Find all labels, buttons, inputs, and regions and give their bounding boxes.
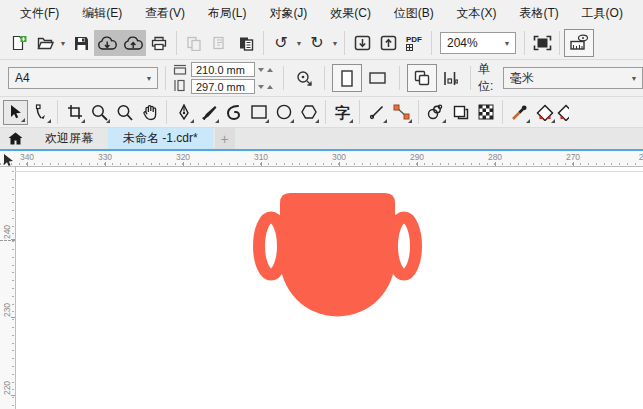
hruler-tick bbox=[105, 162, 106, 166]
hruler-label-270: 270 bbox=[566, 152, 580, 162]
export-button[interactable] bbox=[375, 30, 401, 56]
paste-button[interactable] bbox=[233, 30, 259, 56]
menu-item-4[interactable]: 对象(J) bbox=[263, 5, 313, 22]
new-document-icon bbox=[11, 35, 27, 51]
ellipse-tool[interactable] bbox=[271, 100, 296, 125]
publish-pdf-button[interactable]: PDF bbox=[401, 30, 427, 56]
zoom-icon bbox=[91, 104, 108, 121]
tab-0[interactable]: 欢迎屏幕 bbox=[30, 128, 108, 149]
pen-tool[interactable] bbox=[171, 100, 196, 125]
pan-tool[interactable] bbox=[137, 100, 162, 125]
vruler-label-240: 240 bbox=[2, 225, 12, 240]
line-icon bbox=[369, 104, 385, 120]
menu-item-6[interactable]: 位图(B) bbox=[388, 5, 440, 22]
landscape-button[interactable] bbox=[362, 65, 392, 91]
cup-right-handle[interactable] bbox=[392, 218, 416, 275]
zoom-tool[interactable] bbox=[87, 100, 112, 125]
toolbar-separator bbox=[263, 31, 264, 55]
redo-dropdown-arrow[interactable]: ▼ bbox=[330, 30, 340, 56]
horizontal-ruler[interactable]: 3403303203103002902802702 bbox=[0, 151, 643, 167]
document-tab-bar: 欢迎屏幕未命名 -1.cdr* + bbox=[0, 128, 643, 149]
home-button[interactable] bbox=[0, 128, 30, 149]
open-dropdown-arrow[interactable]: ▼ bbox=[58, 30, 68, 56]
print-button[interactable] bbox=[146, 30, 172, 56]
autofit-button[interactable] bbox=[291, 65, 317, 91]
menu-item-7[interactable]: 文本(X) bbox=[451, 5, 503, 22]
zoom-combo-arrow[interactable]: ▼ bbox=[499, 40, 515, 47]
straight-line-tool[interactable] bbox=[364, 100, 389, 125]
zoom-icon bbox=[116, 104, 133, 121]
open-button[interactable] bbox=[32, 30, 58, 56]
hruler-label-340: 340 bbox=[20, 152, 34, 162]
toolbar-separator bbox=[399, 66, 400, 90]
hruler-tick bbox=[339, 162, 340, 166]
toolbox-separator bbox=[166, 100, 167, 124]
current-page-button[interactable] bbox=[437, 65, 463, 91]
tab-1[interactable]: 未命名 -1.cdr* bbox=[108, 128, 213, 149]
crop-tool[interactable] bbox=[62, 100, 87, 125]
contour-icon bbox=[453, 105, 469, 120]
zoom-tool-2[interactable] bbox=[112, 100, 137, 125]
rectangle-icon bbox=[251, 105, 267, 119]
transparency-tool[interactable] bbox=[473, 100, 498, 125]
new-document-button[interactable] bbox=[6, 30, 32, 56]
hruler-label-330: 330 bbox=[98, 152, 112, 162]
undo-dropdown-arrow[interactable]: ▼ bbox=[294, 30, 304, 56]
drop-shadow-tool[interactable] bbox=[423, 100, 448, 125]
vertical-ruler[interactable]: 240230220 bbox=[0, 167, 16, 409]
cup-body[interactable] bbox=[280, 193, 395, 317]
menu-item-1[interactable]: 编辑(E) bbox=[76, 5, 128, 22]
portrait-button[interactable] bbox=[332, 64, 362, 92]
menu-item-5[interactable]: 效果(C) bbox=[324, 5, 377, 22]
full-screen-preview-button[interactable] bbox=[529, 30, 555, 56]
page-width-input[interactable]: 210.0 mm bbox=[191, 62, 255, 77]
page-width-spinner[interactable] bbox=[255, 62, 276, 77]
print-icon bbox=[151, 36, 167, 51]
toolbar-separator bbox=[176, 31, 177, 55]
text-tool-icon: 字 bbox=[335, 105, 350, 120]
smart-fill-tool[interactable] bbox=[557, 100, 569, 125]
pick-tool[interactable] bbox=[3, 100, 28, 125]
page-size-combo-arrow[interactable]: ▼ bbox=[141, 75, 157, 82]
page-height-icon bbox=[173, 79, 187, 92]
toolbox-separator bbox=[325, 100, 326, 124]
color-eyedropper-tool[interactable] bbox=[507, 100, 532, 125]
polygon-tool[interactable] bbox=[296, 100, 321, 125]
page-size-combo[interactable]: A4 ▼ bbox=[8, 67, 158, 89]
connector-tool[interactable] bbox=[389, 100, 414, 125]
menu-item-8[interactable]: 表格(T) bbox=[513, 5, 564, 22]
text-tool[interactable]: 字 bbox=[330, 100, 355, 125]
cup-left-handle[interactable] bbox=[259, 218, 283, 275]
page-height-spinner[interactable] bbox=[255, 79, 276, 94]
interactive-fill-tool[interactable] bbox=[532, 100, 557, 125]
save-button[interactable] bbox=[68, 30, 94, 56]
contour-tool[interactable] bbox=[448, 100, 473, 125]
page-height-input[interactable]: 297.0 mm bbox=[191, 79, 255, 94]
cloud-upload-button[interactable] bbox=[120, 30, 146, 56]
show-rulers-button[interactable] bbox=[564, 29, 594, 57]
toolbar-separator bbox=[344, 31, 345, 55]
import-button[interactable] bbox=[349, 30, 375, 56]
hruler-tick bbox=[261, 162, 262, 166]
units-combo[interactable]: 毫米 ▼ bbox=[503, 67, 643, 89]
zoom-level-combo[interactable]: 204% ▼ bbox=[440, 32, 516, 54]
b-spline-tool[interactable] bbox=[221, 100, 246, 125]
new-tab-button[interactable]: + bbox=[215, 128, 235, 149]
cloud-download-button[interactable] bbox=[94, 30, 120, 56]
rectangle-tool[interactable] bbox=[246, 100, 271, 125]
all-pages-button[interactable] bbox=[407, 64, 437, 92]
menu-item-9[interactable]: 工具(O) bbox=[576, 5, 629, 22]
shape-tool[interactable] bbox=[28, 100, 53, 125]
trophy-cup-shape[interactable] bbox=[15, 167, 643, 409]
b-spline-icon bbox=[226, 104, 241, 120]
units-combo-arrow[interactable]: ▼ bbox=[626, 75, 642, 82]
undo-button[interactable]: ↺ bbox=[268, 30, 294, 56]
menu-item-3[interactable]: 布局(L) bbox=[202, 5, 253, 22]
menu-item-0[interactable]: 文件(F) bbox=[14, 5, 65, 22]
hruler-label-300: 300 bbox=[332, 152, 346, 162]
menu-item-2[interactable]: 查看(V) bbox=[139, 5, 191, 22]
toolbox-separator bbox=[418, 100, 419, 124]
toolbar-separator bbox=[559, 31, 560, 55]
redo-button[interactable]: ↻ bbox=[304, 30, 330, 56]
artistic-media-tool[interactable] bbox=[196, 100, 221, 125]
